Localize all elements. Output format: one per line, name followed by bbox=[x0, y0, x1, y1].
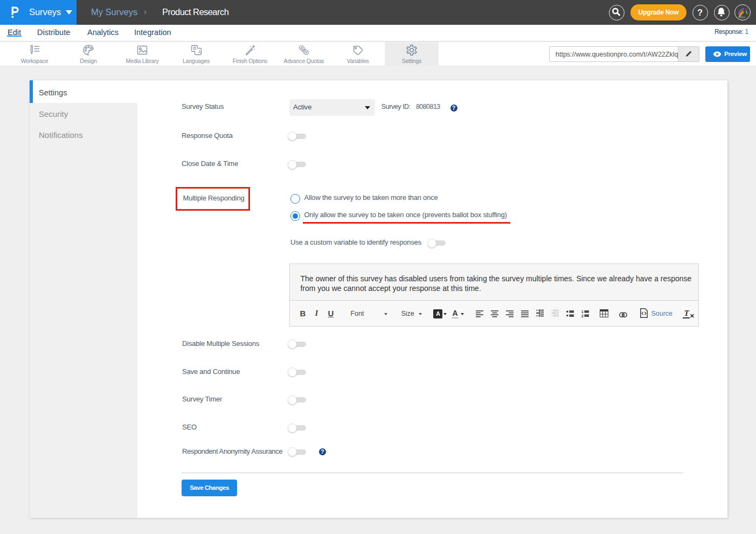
svg-text:A: A bbox=[198, 50, 201, 54]
svg-text:1: 1 bbox=[581, 310, 584, 314]
svg-text:2: 2 bbox=[581, 314, 584, 317]
